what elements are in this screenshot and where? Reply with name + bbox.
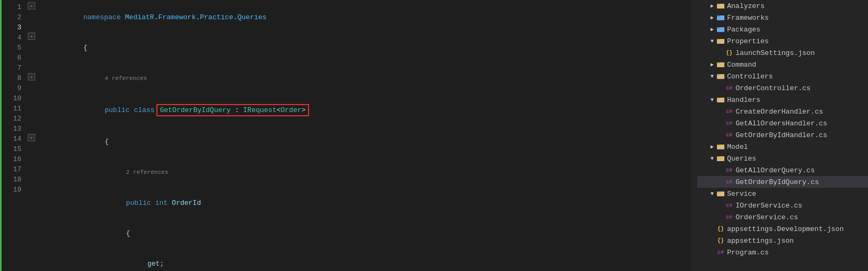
expand-icon: ▼: [708, 95, 716, 104]
folder-icon-model: [716, 142, 725, 151]
class-open-brace: {: [42, 126, 691, 157]
sidebar-label-command: Command: [727, 61, 756, 69]
sidebar-label-handlers: Handlers: [727, 96, 760, 104]
sidebar-item-appsettings[interactable]: ▶ {} appsettings.json: [697, 235, 868, 246]
folder-icon-properties: [716, 37, 725, 45]
collapse-class[interactable]: -: [28, 33, 35, 40]
collapse-ctor[interactable]: -: [28, 134, 35, 141]
svg-rect-15: [717, 145, 720, 146]
sidebar-item-createorderhandler[interactable]: ▶ c# CreateOrderHandler.cs: [697, 106, 868, 117]
folder-icon-handlers: [716, 95, 725, 104]
sidebar-label-frameworks: Frameworks: [727, 14, 769, 22]
sidebar-label-properties: Properties: [727, 37, 769, 45]
active-line-indicator: [0, 0, 2, 271]
svg-rect-1: [717, 4, 720, 5]
svg-rect-9: [717, 62, 720, 63]
sidebar-item-getallordershandler[interactable]: ▶ c# GetAllOrdersHandler.cs: [697, 117, 868, 129]
sidebar-label-getallordershandler: GetAllOrdersHandler.cs: [736, 119, 827, 127]
sidebar-label-packages: Packages: [727, 26, 760, 34]
outer-open-brace: {: [42, 33, 691, 63]
cs-file-icon: c#: [725, 178, 733, 186]
sidebar-label-getorderbyidquery: GetOrderByIdQuery.cs: [736, 178, 819, 186]
expand-icon: ▶: [708, 60, 716, 69]
cs-file-icon: c#: [725, 201, 733, 210]
code-editor[interactable]: 1 2 3 4 5 6 7 8 9 10 11 12 13 14 15 16 1…: [0, 0, 691, 271]
json-file-icon: {}: [716, 225, 725, 233]
expand-icon: ▶: [708, 13, 716, 22]
sidebar-label-appsettings: appsettings.json: [727, 237, 794, 245]
orderid-prop: public int OrderId: [42, 188, 691, 218]
folder-icon-queries: [716, 154, 725, 163]
sidebar-item-packages[interactable]: ▶ Packages: [697, 23, 868, 35]
get-stmt: get;: [42, 249, 691, 271]
expand-icon: ▼: [708, 37, 716, 45]
cs-file-icon: c#: [725, 213, 733, 221]
collapse-outer[interactable]: -: [28, 2, 35, 10]
svg-rect-19: [717, 192, 720, 193]
sidebar-item-model[interactable]: ▶ Model: [697, 141, 868, 153]
sidebar-item-iorderservice[interactable]: ▶ c# IOrderService.cs: [697, 200, 868, 211]
folder-icon: [716, 2, 725, 10]
sidebar-item-queries[interactable]: ▼ Queries: [697, 153, 868, 164]
folder-icon-service: [716, 189, 725, 198]
sidebar-label-orderservice: OrderService.cs: [736, 213, 798, 221]
expand-icon: ▶: [708, 142, 716, 151]
svg-rect-5: [717, 27, 720, 28]
cs-file-icon: c#: [725, 166, 733, 174]
sidebar-item-properties[interactable]: ▼ Properties: [697, 35, 868, 47]
sidebar-item-program[interactable]: ▶ c# Program.cs: [697, 246, 868, 258]
json-file-icon: {}: [725, 49, 733, 57]
ref-4-comment: 4 references: [42, 63, 691, 94]
code-lines: namespace MediatR.Framework.Practice.Que…: [37, 2, 691, 271]
solution-explorer: ▶ Analyzers ▶ Frameworks ▶ Packages ▼ Pr…: [697, 0, 868, 271]
sidebar-label-launchsettings: launchSettings.json: [736, 49, 815, 57]
sidebar-item-analyzers[interactable]: ▶ Analyzers: [697, 0, 868, 12]
expand-icon: ▶: [708, 25, 716, 34]
sidebar-label-model: Model: [727, 143, 748, 151]
cs-file-icon: c#: [725, 107, 733, 116]
folder-icon-frameworks: [716, 13, 725, 22]
sidebar-item-orderservice[interactable]: ▶ c# OrderService.cs: [697, 211, 868, 223]
sidebar-label-appsettingsdev: appsettings.Development.json: [727, 225, 843, 233]
folder-icon-command: [716, 60, 725, 69]
sidebar-label-getallorderquery: GetAllOrderQuery.cs: [736, 166, 815, 174]
expand-icon: ▼: [708, 189, 716, 198]
collapse-prop[interactable]: -: [28, 73, 35, 81]
cs-file-icon: c#: [725, 84, 733, 92]
sidebar-item-handlers[interactable]: ▼ Handlers: [697, 94, 868, 106]
sidebar-item-getorderbyidquery[interactable]: ▶ c# GetOrderByIdQuery.cs: [697, 176, 868, 188]
folder-icon-controllers: [716, 72, 725, 81]
expand-icon: ▼: [708, 72, 716, 81]
folder-icon-packages: [716, 25, 725, 34]
sidebar-item-controllers[interactable]: ▼ Controllers: [697, 70, 868, 82]
cs-file-icon: c#: [725, 131, 733, 139]
svg-rect-3: [717, 15, 720, 17]
sidebar-label-controllers: Controllers: [727, 73, 773, 81]
sidebar-item-getallorderquery[interactable]: ▶ c# GetAllOrderQuery.cs: [697, 164, 868, 176]
svg-rect-17: [717, 156, 720, 157]
sidebar-label-service: Service: [727, 190, 756, 198]
sidebar-item-launchsettings[interactable]: ▶ {} launchSettings.json: [697, 47, 868, 59]
sidebar-item-service[interactable]: ▼ Service: [697, 188, 868, 200]
ref-2-comment: 2 references: [42, 157, 691, 188]
json-file-icon: {}: [716, 236, 725, 245]
sidebar-label-iorderservice: IOrderService.cs: [736, 202, 802, 210]
svg-rect-13: [717, 98, 720, 99]
editor-scrollbar[interactable]: [691, 0, 697, 271]
svg-rect-7: [717, 39, 720, 40]
namespace-line: namespace MediatR.Framework.Practice.Que…: [42, 2, 691, 33]
sidebar-item-ordercontroller[interactable]: ▶ c# OrderController.cs: [697, 82, 868, 94]
class-declaration: public class GetOrderByIdQuery : IReques…: [42, 94, 691, 126]
sidebar-item-frameworks[interactable]: ▶ Frameworks: [697, 12, 868, 23]
sidebar-item-getorderbyidhandler[interactable]: ▶ c# GetOrderByIdHandler.cs: [697, 129, 868, 141]
svg-rect-11: [717, 74, 720, 75]
expand-icon: ▼: [708, 154, 716, 163]
sidebar-item-command[interactable]: ▶ Command: [697, 59, 868, 70]
sidebar-label-getorderbyidhandler: GetOrderByIdHandler.cs: [736, 131, 827, 139]
cs-file-icon: c#: [716, 248, 725, 257]
cs-file-icon: c#: [725, 119, 733, 127]
prop-open-brace: {: [42, 218, 691, 249]
line-numbers: 1 2 3 4 5 6 7 8 9 10 11 12 13 14 15 16 1…: [0, 2, 27, 271]
sidebar-item-appsettingsdev[interactable]: ▶ {} appsettings.Development.json: [697, 223, 868, 235]
sidebar-label-analyzers: Analyzers: [727, 2, 764, 10]
